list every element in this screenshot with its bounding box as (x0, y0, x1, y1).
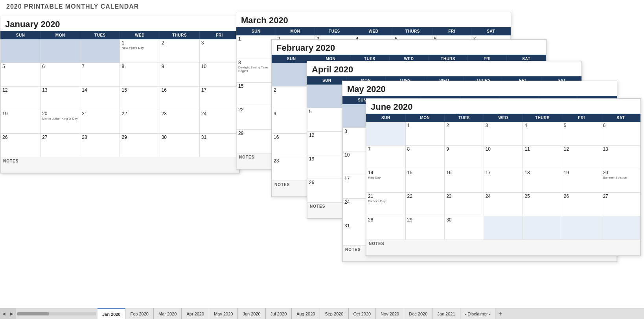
tab-scroll-right[interactable]: ▶ (8, 308, 16, 319)
tab-jun-2020[interactable]: Jun 2020 (238, 308, 265, 319)
tab-bar: ◀ ▶ Jan 2020 Feb 2020 Mar 2020 Apr 2020 … (0, 308, 644, 319)
june-title: June 2020 (366, 99, 640, 114)
col-thu: THURS (160, 31, 199, 39)
tab-aug-2020[interactable]: Aug 2020 (292, 308, 320, 319)
february-title: February 2020 (272, 40, 546, 55)
col-thu: THURS (523, 114, 562, 122)
april-title: April 2020 (307, 61, 581, 76)
may-title: May 2020 (342, 81, 617, 96)
table-row: 14Flag Day 15 16 17 18 19 20Summer Solst… (366, 169, 640, 193)
january-calendar: January 2020 SUN MON TUES WED THURS FRI … (0, 16, 240, 173)
january-grid: SUN MON TUES WED THURS FRI SAT 1New Year… (0, 31, 239, 173)
january-title: January 2020 (0, 16, 239, 31)
page-title: 2020 PRINTABLE MONTHLY CALENDAR (0, 0, 644, 12)
col-sun: SUN (272, 55, 311, 63)
tab-jul-2020[interactable]: Jul 2020 (266, 308, 292, 319)
table-row: 26 27 28 29 30 31 (1, 134, 239, 157)
table-row: 21Father's Day 22 23 24 25 26 27 (366, 193, 640, 216)
notes-row: NOTES (366, 240, 640, 256)
tab-oct-2020[interactable]: Oct 2020 (349, 308, 376, 319)
col-sun: SUN (366, 114, 406, 122)
table-row: 12 13 14 15 16 17 (1, 87, 239, 110)
tab-scrollbar[interactable] (17, 312, 96, 315)
tab-scroll-left[interactable]: ◀ (0, 308, 8, 319)
tab-add-button[interactable]: + (495, 308, 505, 319)
col-sun: SUN (237, 28, 276, 35)
notes-row: NOTES (1, 157, 239, 173)
col-wed: WED (120, 31, 160, 39)
col-tue: TUES (80, 31, 120, 39)
tab-sep-2020[interactable]: Sep 2020 (320, 308, 348, 319)
tab-apr-2020[interactable]: Apr 2020 (182, 308, 209, 319)
table-row: 1New Year's Day 2 3 (1, 39, 239, 63)
col-sat: SAT (471, 28, 511, 35)
col-fri: FRI (199, 31, 239, 39)
col-tue: TUES (315, 28, 354, 35)
col-wed: WED (484, 114, 523, 122)
col-mon: MON (276, 28, 315, 35)
col-thu: THURS (393, 28, 432, 35)
col-fri: FRI (432, 28, 471, 35)
col-wed: WED (354, 28, 393, 35)
tab-jan-2021[interactable]: Jan 2021 (432, 308, 460, 319)
col-mon: MON (405, 114, 445, 122)
table-row: 19 20Martin Luther King Jr Day 21 22 23 … (1, 110, 239, 134)
june-grid: SUN MON TUES WED THURS FRI SAT 1 2 3 4 5 (366, 114, 640, 256)
table-row: 5 6 7 8 9 10 (1, 63, 239, 87)
tab-jan-2020[interactable]: Jan 2020 (98, 308, 125, 319)
tab-may-2020[interactable]: May 2020 (209, 308, 238, 319)
col-sun: SUN (1, 31, 40, 39)
col-sun: SUN (307, 77, 347, 85)
table-row: 1 2 3 4 5 6 (366, 122, 640, 146)
tab-dec-2020[interactable]: Dec 2020 (404, 308, 432, 319)
table-row: 7 8 9 10 11 12 13 (366, 146, 640, 169)
march-title: March 2020 (236, 12, 511, 27)
tab-scrollbar-thumb (17, 312, 49, 315)
tab-disclaimer[interactable]: - Disclaimer - (460, 308, 496, 319)
table-row: 28 29 30 (366, 216, 640, 240)
col-fri: FRI (562, 114, 601, 122)
tab-feb-2020[interactable]: Feb 2020 (125, 308, 153, 319)
tab-mar-2020[interactable]: Mar 2020 (154, 308, 182, 319)
col-mon: MON (40, 31, 80, 39)
june-calendar: June 2020 SUN MON TUES WED THURS FRI SAT… (366, 98, 641, 256)
main-container: 2020 PRINTABLE MONTHLY CALENDAR January … (0, 0, 644, 319)
col-tue: TUES (445, 114, 484, 122)
col-sat: SAT (601, 114, 640, 122)
tab-nov-2020[interactable]: Nov 2020 (376, 308, 404, 319)
